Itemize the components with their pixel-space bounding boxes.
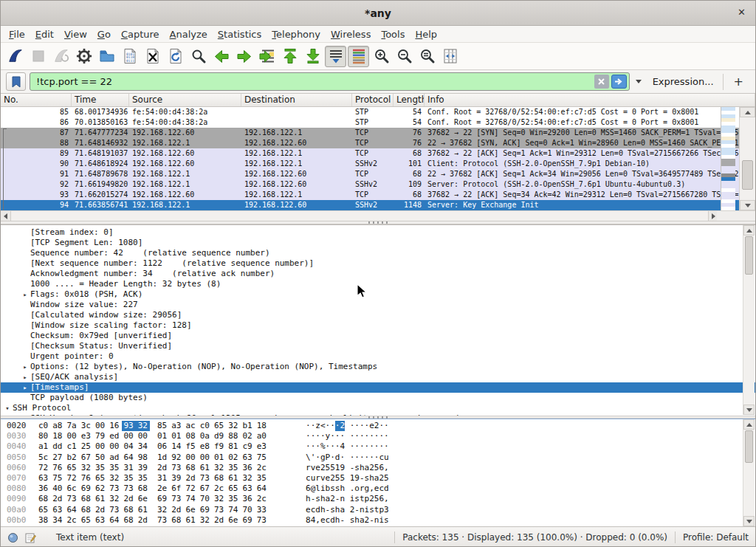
- hex-ascii[interactable]: 6@libssh .org,ecd: [306, 484, 389, 494]
- hex-row[interactable]: 0020 c0a87a3c0016933285a3acc06532b118 ··…: [1, 421, 755, 431]
- packet-row[interactable]: 92 71.661949820 192.168.122.1 192.168.12…: [1, 179, 755, 190]
- menu-telephony[interactable]: Telephony: [267, 27, 326, 41]
- close-file-button[interactable]: [142, 46, 163, 67]
- hex-ascii[interactable]: ····y··· ········: [306, 431, 389, 441]
- hex-row[interactable]: 00b0 38342c656364682d736861322d6e6973 84…: [1, 515, 755, 526]
- scroll-up-icon[interactable]: [743, 419, 755, 430]
- expander-icon[interactable]: ▸: [20, 382, 30, 393]
- expression-button[interactable]: Expression...: [647, 76, 719, 87]
- expander-icon[interactable]: ▸: [20, 362, 30, 372]
- detail-line[interactable]: [Stream index: 0]: [1, 227, 755, 238]
- scroll-down-icon[interactable]: [743, 516, 755, 526]
- scroll-left-icon[interactable]: [1, 211, 11, 221]
- expander-icon[interactable]: ▾: [2, 403, 13, 413]
- scroll-thumb[interactable]: [745, 430, 753, 463]
- column-header[interactable]: Source: [129, 94, 241, 106]
- detail-line[interactable]: Sequence number: 42 (relative sequence n…: [1, 248, 755, 258]
- hex-row[interactable]: 0060 72766532353531392d7368613235362c rv…: [1, 463, 755, 473]
- close-icon[interactable]: ✕: [738, 7, 746, 17]
- go-first-button[interactable]: [279, 46, 300, 67]
- packet-row[interactable]: 91 71.648789678 192.168.122.1 192.168.12…: [1, 169, 755, 179]
- zoom-100-button[interactable]: [416, 46, 438, 67]
- menu-edit[interactable]: Edit: [30, 27, 59, 41]
- scroll-thumb[interactable]: [742, 160, 753, 190]
- hex-vscrollbar[interactable]: [743, 419, 755, 526]
- hex-ascii[interactable]: rve25519 -sha256,: [306, 463, 389, 473]
- intelligent-scrollbar-minimap[interactable]: [721, 107, 735, 210]
- menu-go[interactable]: Go: [92, 27, 116, 41]
- filter-clear-button[interactable]: [594, 75, 609, 89]
- stop-capture-button[interactable]: [27, 46, 49, 67]
- hex-row[interactable]: 0070 637572766532353531392d7368613235 cu…: [1, 473, 755, 484]
- expander-icon[interactable]: ▸: [20, 289, 30, 300]
- detail-line[interactable]: ▾SSH Protocol: [1, 403, 755, 413]
- open-file-button[interactable]: [96, 46, 117, 67]
- hex-row[interactable]: 0090 682d736861322d6e697374703235362c h-…: [1, 494, 755, 504]
- detail-line[interactable]: [TCP Segment Len: 1080]: [1, 238, 755, 248]
- scroll-thumb[interactable]: [745, 236, 753, 275]
- hex-bytes[interactable]: 637572766532353531392d7368613235: [32, 473, 269, 484]
- packet-list-vscrollbar[interactable]: [739, 107, 755, 210]
- menu-help[interactable]: Help: [410, 27, 442, 41]
- menu-statistics[interactable]: Statistics: [213, 27, 267, 41]
- hex-row[interactable]: 0040 a1ddc125000004340614f5e8f981c9e3 ··…: [1, 441, 755, 452]
- detail-line[interactable]: Acknowledgment number: 34 (relative ack …: [1, 269, 755, 279]
- auto-scroll-button[interactable]: [325, 46, 346, 67]
- filter-apply-button[interactable]: [611, 75, 627, 89]
- hex-bytes[interactable]: 682d736861322d6e697374703235362c: [32, 494, 269, 504]
- hex-row[interactable]: 0030 801800e379ed00000101080ad98802a0 ··…: [1, 431, 755, 441]
- detail-line[interactable]: TCP payload (1080 bytes): [1, 393, 755, 403]
- column-header[interactable]: Time: [72, 94, 129, 106]
- detail-line[interactable]: ▸[SEQ/ACK analysis]: [1, 372, 755, 382]
- restart-capture-button[interactable]: [50, 46, 72, 67]
- zoom-in-button[interactable]: [371, 46, 392, 67]
- titlebar[interactable]: *any ✕: [1, 1, 755, 26]
- packet-row[interactable]: 89 71.648191037 192.168.122.60 192.168.1…: [1, 148, 755, 159]
- column-header[interactable]: Info: [425, 94, 755, 106]
- hex-bytes[interactable]: 801800e379ed00000101080ad98802a0: [32, 431, 269, 441]
- hex-ascii[interactable]: curve255 19-sha25: [306, 473, 389, 484]
- packet-row[interactable]: 88 71.648146932 192.168.122.1 192.168.12…: [1, 138, 755, 148]
- add-filter-button[interactable]: +: [727, 75, 750, 89]
- menu-wireless[interactable]: Wireless: [326, 27, 376, 41]
- scroll-up-icon[interactable]: [743, 225, 755, 235]
- packet-row[interactable]: 86 70.013850163 fe:54:00:d4:38:2a STP 54…: [1, 117, 755, 128]
- packet-row[interactable]: 85 68.001734936 fe:54:00:d4:38:2a STP 54…: [1, 107, 755, 117]
- expander-icon[interactable]: ▸: [20, 372, 30, 382]
- column-header[interactable]: Length: [394, 94, 425, 106]
- capture-comment-icon[interactable]: [25, 532, 36, 543]
- column-header[interactable]: No.: [1, 94, 72, 106]
- column-header[interactable]: Protocol: [352, 94, 394, 106]
- packet-list-hscrollbar[interactable]: [1, 210, 718, 221]
- filter-history-dropdown[interactable]: [636, 80, 642, 83]
- go-to-packet-button[interactable]: [256, 46, 278, 67]
- packet-row[interactable]: 93 71.662015274 192.168.122.60 192.168.1…: [1, 190, 755, 200]
- scroll-up-icon[interactable]: [740, 107, 755, 117]
- detail-line[interactable]: [Calculated window size: 29056]: [1, 310, 755, 320]
- packet-row[interactable]: 94 71.663856741 192.168.122.1 192.168.12…: [1, 200, 755, 210]
- column-header[interactable]: Destination: [241, 94, 352, 106]
- hex-bytes[interactable]: 72766532353531392d7368613235362c: [32, 463, 269, 473]
- menu-analyze[interactable]: Analyze: [165, 27, 213, 41]
- detail-line[interactable]: Window size value: 227: [1, 300, 755, 310]
- hex-row[interactable]: 0080 36406c69627373682e6f72672c656364 6@…: [1, 484, 755, 494]
- reload-file-button[interactable]: [165, 46, 186, 67]
- detail-line[interactable]: 1000 .... = Header Length: 32 bytes (8): [1, 279, 755, 289]
- colorize-button[interactable]: [348, 46, 369, 67]
- capture-options-button[interactable]: [73, 46, 94, 67]
- scroll-down-icon[interactable]: [740, 200, 755, 210]
- hex-bytes[interactable]: c0a87a3c0016933285a3acc06532b118: [32, 421, 269, 431]
- detail-line[interactable]: Urgent pointer: 0: [1, 351, 755, 362]
- detail-line[interactable]: ▸[Timestamps]: [1, 382, 755, 393]
- hex-row[interactable]: 0050 5c27b26750ad64981d92000001026375 \'…: [1, 453, 755, 463]
- hex-ascii[interactable]: ···%···4 ········: [306, 441, 389, 452]
- display-filter-input[interactable]: [30, 72, 630, 91]
- menu-capture[interactable]: Capture: [116, 27, 165, 41]
- packet-row[interactable]: 90 71.648618924 192.168.122.60 192.168.1…: [1, 159, 755, 169]
- start-capture-button[interactable]: [4, 46, 26, 67]
- go-forward-button[interactable]: [233, 46, 255, 67]
- zoom-out-button[interactable]: [394, 46, 415, 67]
- go-back-button[interactable]: [210, 46, 232, 67]
- details-vscrollbar[interactable]: [743, 225, 755, 415]
- save-file-button[interactable]: 010101100111: [119, 46, 140, 67]
